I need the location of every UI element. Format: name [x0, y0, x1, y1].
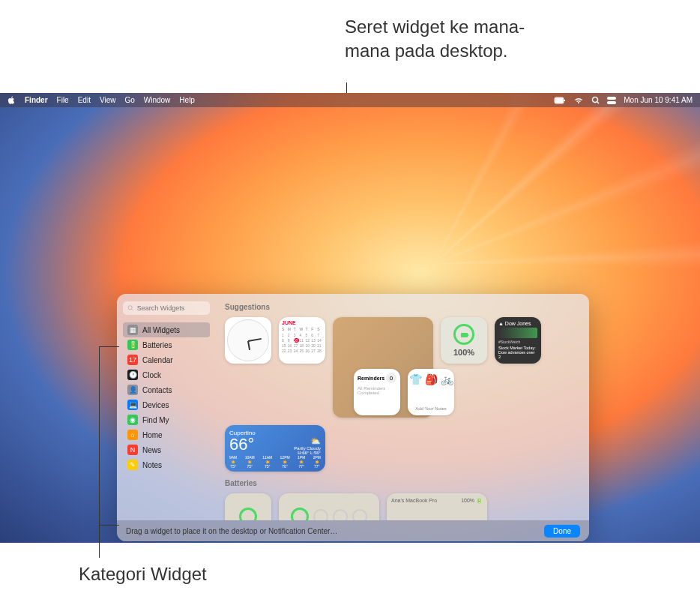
battery-ring-icon: [453, 324, 474, 345]
sidebar-category-contacts[interactable]: 👤Contacts: [123, 382, 210, 397]
annotation-widget-categories: Kategori Widget: [79, 562, 207, 586]
section-batteries-title: Batteries: [225, 479, 580, 487]
category-icon: ◉: [127, 415, 138, 425]
category-icon: N: [127, 445, 138, 455]
category-label: News: [142, 446, 161, 454]
weather-temp: 66°: [229, 436, 254, 453]
sidebar-category-clock[interactable]: 🕐Clock: [123, 367, 210, 382]
svg-rect-4: [607, 101, 616, 104]
desktop-wallpaper: Finder File Edit View Go Window Help Mon…: [0, 93, 700, 543]
reminders-title: Reminders: [357, 376, 384, 381]
svg-rect-1: [555, 98, 563, 103]
calendar-month: JUNE: [282, 320, 322, 325]
leader-line: [99, 525, 119, 526]
sidebar-category-news[interactable]: NNews: [123, 442, 210, 457]
notes-label: Add Your Notes: [415, 406, 447, 411]
svg-point-5: [128, 306, 132, 310]
sidebar-category-all-widgets[interactable]: ▦All Widgets: [123, 322, 210, 337]
calendar-widget[interactable]: JUNE SMTWTFS 123456789101112131415161718…: [279, 317, 325, 364]
sidebar-category-notes[interactable]: ✎Notes: [123, 457, 210, 472]
reminders-subtitle: All Reminders Completed: [357, 386, 396, 395]
weather-widget[interactable]: Cupertino 66° ⛅ Partly Cloudy H:66° L:56…: [225, 425, 325, 472]
stock-chart-icon: [498, 328, 537, 338]
sidebar-category-batteries[interactable]: 🔋Batteries: [123, 337, 210, 352]
clock-widget[interactable]: [225, 317, 271, 364]
apple-logo-icon[interactable]: [7, 96, 16, 104]
menubar-datetime[interactable]: Mon Jun 10 9:41 AM: [624, 96, 693, 104]
widget-gallery-window: ▦All Widgets🔋Batteries17Calendar🕐Clock👤C…: [117, 294, 589, 541]
category-label: All Widgets: [142, 326, 180, 334]
clock-face-icon: [227, 319, 269, 361]
search-icon: [127, 304, 134, 312]
wifi-icon[interactable]: [573, 97, 584, 104]
search-field[interactable]: [123, 301, 210, 315]
annotation-drag-widget: Seret widget ke mana-mana pada desktop.: [345, 15, 540, 64]
leader-line: [99, 346, 100, 558]
category-label: Batteries: [142, 341, 172, 349]
category-label: Clock: [142, 371, 161, 379]
notes-icons: 👕🎒🚲: [409, 373, 453, 385]
menu-help[interactable]: Help: [179, 96, 195, 104]
leader-line: [99, 346, 119, 347]
search-icon[interactable]: [591, 96, 600, 104]
category-icon: 🔋: [127, 340, 138, 350]
sidebar-category-find-my[interactable]: ◉Find My: [123, 412, 210, 427]
gallery-footer: Drag a widget to place it on the desktop…: [117, 520, 589, 541]
reminders-count: 0: [386, 373, 396, 383]
widget-main-area: Suggestions JUNE SMTWTFS 123456789101112…: [216, 294, 589, 520]
category-label: Contacts: [142, 386, 172, 394]
category-label: Calendar: [142, 356, 173, 364]
footer-hint: Drag a widget to place it on the desktop…: [126, 527, 337, 535]
section-suggestions-title: Suggestions: [225, 303, 580, 311]
battery-percentage: 100%: [453, 348, 474, 357]
widget-sidebar: ▦All Widgets🔋Batteries17Calendar🕐Clock👤C…: [117, 294, 216, 520]
notes-widget[interactable]: 👕🎒🚲 Add Your Notes: [408, 369, 454, 415]
battery-widget-medium[interactable]: [279, 493, 379, 520]
category-icon: ✎: [127, 460, 138, 470]
battery-status-icon[interactable]: [554, 97, 566, 104]
svg-rect-3: [607, 97, 616, 100]
done-button[interactable]: Done: [544, 525, 580, 538]
menu-file[interactable]: File: [57, 96, 69, 104]
svg-point-2: [593, 97, 598, 103]
sidebar-category-devices[interactable]: 💻Devices: [123, 397, 210, 412]
control-center-icon[interactable]: [607, 97, 616, 104]
battery-ring-icon: [291, 508, 309, 520]
battery-widget-large[interactable]: Ana's MacBook Pro100% 🔋: [387, 493, 487, 520]
category-label: Home: [142, 431, 163, 439]
sidebar-category-home[interactable]: ⌂Home: [123, 427, 210, 442]
battery-widget[interactable]: 100%: [441, 317, 487, 364]
category-icon: 💻: [127, 400, 138, 410]
menu-go[interactable]: Go: [124, 96, 134, 104]
category-icon: 17: [127, 355, 138, 365]
category-icon: ▦: [127, 325, 138, 335]
category-label: Find My: [142, 416, 169, 424]
category-icon: 👤: [127, 385, 138, 395]
category-icon: 🕐: [127, 370, 138, 380]
sidebar-category-calendar[interactable]: 17Calendar: [123, 352, 210, 367]
category-label: Devices: [142, 401, 169, 409]
battery-widget-small[interactable]: [225, 493, 271, 520]
stock-headline: Stock Market Today: Dow advances over 2: [498, 346, 537, 359]
stock-watch-label: #StockWatch: [498, 340, 537, 344]
svg-rect-7: [468, 334, 468, 337]
search-input[interactable]: [137, 304, 205, 312]
stocks-widget[interactable]: ▲ Dow Jones #StockWatch Stock Market Tod…: [495, 317, 541, 364]
battery-ring-icon: [239, 508, 257, 520]
menubar: Finder File Edit View Go Window Help Mon…: [0, 93, 700, 107]
menu-view[interactable]: View: [100, 96, 116, 104]
category-label: Notes: [142, 461, 162, 469]
stock-symbol: ▲ Dow Jones: [498, 321, 537, 326]
category-icon: ⌂: [127, 430, 138, 440]
menu-window[interactable]: Window: [144, 96, 171, 104]
menubar-app-name[interactable]: Finder: [25, 96, 48, 104]
menu-edit[interactable]: Edit: [78, 96, 91, 104]
svg-rect-6: [461, 333, 468, 337]
reminders-widget[interactable]: Reminders 0 All Reminders Completed: [354, 369, 400, 415]
